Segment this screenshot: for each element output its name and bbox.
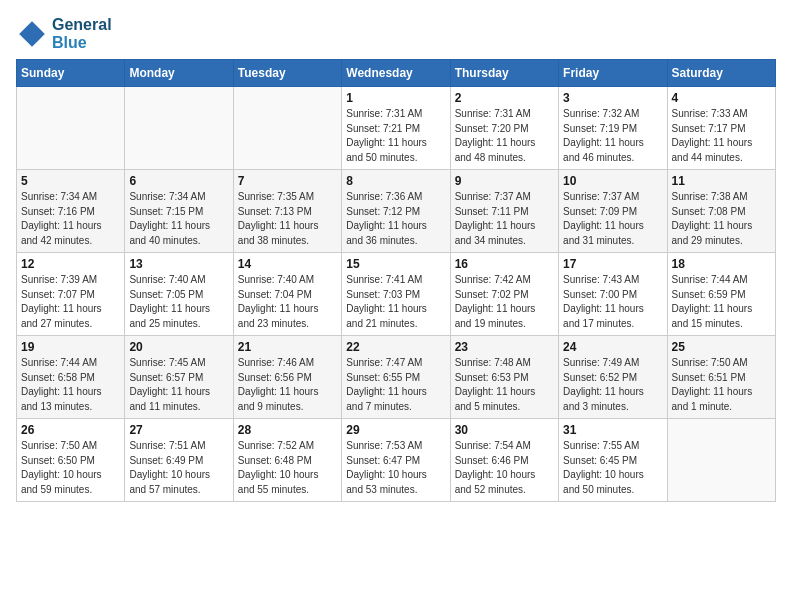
calendar-cell: 26Sunrise: 7:50 AMSunset: 6:50 PMDayligh… xyxy=(17,419,125,502)
week-row-2: 5Sunrise: 7:34 AMSunset: 7:16 PMDaylight… xyxy=(17,170,776,253)
page-container: General Blue SundayMondayTuesdayWednesda… xyxy=(0,0,792,510)
day-info: Sunrise: 7:33 AMSunset: 7:17 PMDaylight:… xyxy=(672,107,771,165)
day-info: Sunrise: 7:34 AMSunset: 7:15 PMDaylight:… xyxy=(129,190,228,248)
calendar-cell: 2Sunrise: 7:31 AMSunset: 7:20 PMDaylight… xyxy=(450,87,558,170)
calendar-cell: 6Sunrise: 7:34 AMSunset: 7:15 PMDaylight… xyxy=(125,170,233,253)
weekday-header-saturday: Saturday xyxy=(667,60,775,87)
calendar-cell: 30Sunrise: 7:54 AMSunset: 6:46 PMDayligh… xyxy=(450,419,558,502)
day-number: 22 xyxy=(346,340,445,354)
day-info: Sunrise: 7:50 AMSunset: 6:50 PMDaylight:… xyxy=(21,439,120,497)
calendar-cell: 10Sunrise: 7:37 AMSunset: 7:09 PMDayligh… xyxy=(559,170,667,253)
day-info: Sunrise: 7:36 AMSunset: 7:12 PMDaylight:… xyxy=(346,190,445,248)
calendar-cell: 29Sunrise: 7:53 AMSunset: 6:47 PMDayligh… xyxy=(342,419,450,502)
day-number: 6 xyxy=(129,174,228,188)
calendar-cell: 17Sunrise: 7:43 AMSunset: 7:00 PMDayligh… xyxy=(559,253,667,336)
logo: General Blue xyxy=(16,16,112,51)
day-number: 21 xyxy=(238,340,337,354)
calendar-cell: 20Sunrise: 7:45 AMSunset: 6:57 PMDayligh… xyxy=(125,336,233,419)
calendar-cell: 22Sunrise: 7:47 AMSunset: 6:55 PMDayligh… xyxy=(342,336,450,419)
header: General Blue xyxy=(16,16,776,51)
day-info: Sunrise: 7:31 AMSunset: 7:20 PMDaylight:… xyxy=(455,107,554,165)
day-info: Sunrise: 7:40 AMSunset: 7:05 PMDaylight:… xyxy=(129,273,228,331)
calendar-cell: 25Sunrise: 7:50 AMSunset: 6:51 PMDayligh… xyxy=(667,336,775,419)
calendar-cell: 28Sunrise: 7:52 AMSunset: 6:48 PMDayligh… xyxy=(233,419,341,502)
calendar-cell: 19Sunrise: 7:44 AMSunset: 6:58 PMDayligh… xyxy=(17,336,125,419)
day-info: Sunrise: 7:42 AMSunset: 7:02 PMDaylight:… xyxy=(455,273,554,331)
day-info: Sunrise: 7:32 AMSunset: 7:19 PMDaylight:… xyxy=(563,107,662,165)
calendar-table: SundayMondayTuesdayWednesdayThursdayFrid… xyxy=(16,59,776,502)
day-info: Sunrise: 7:35 AMSunset: 7:13 PMDaylight:… xyxy=(238,190,337,248)
day-number: 31 xyxy=(563,423,662,437)
day-number: 27 xyxy=(129,423,228,437)
weekday-header-monday: Monday xyxy=(125,60,233,87)
calendar-cell xyxy=(667,419,775,502)
calendar-cell: 24Sunrise: 7:49 AMSunset: 6:52 PMDayligh… xyxy=(559,336,667,419)
day-info: Sunrise: 7:50 AMSunset: 6:51 PMDaylight:… xyxy=(672,356,771,414)
day-info: Sunrise: 7:31 AMSunset: 7:21 PMDaylight:… xyxy=(346,107,445,165)
day-info: Sunrise: 7:37 AMSunset: 7:11 PMDaylight:… xyxy=(455,190,554,248)
day-number: 2 xyxy=(455,91,554,105)
day-number: 14 xyxy=(238,257,337,271)
weekday-header-tuesday: Tuesday xyxy=(233,60,341,87)
day-number: 13 xyxy=(129,257,228,271)
day-info: Sunrise: 7:34 AMSunset: 7:16 PMDaylight:… xyxy=(21,190,120,248)
day-info: Sunrise: 7:54 AMSunset: 6:46 PMDaylight:… xyxy=(455,439,554,497)
calendar-cell: 21Sunrise: 7:46 AMSunset: 6:56 PMDayligh… xyxy=(233,336,341,419)
calendar-cell xyxy=(125,87,233,170)
day-info: Sunrise: 7:38 AMSunset: 7:08 PMDaylight:… xyxy=(672,190,771,248)
day-number: 8 xyxy=(346,174,445,188)
day-number: 25 xyxy=(672,340,771,354)
weekday-header-row: SundayMondayTuesdayWednesdayThursdayFrid… xyxy=(17,60,776,87)
day-info: Sunrise: 7:44 AMSunset: 6:58 PMDaylight:… xyxy=(21,356,120,414)
day-info: Sunrise: 7:40 AMSunset: 7:04 PMDaylight:… xyxy=(238,273,337,331)
day-number: 30 xyxy=(455,423,554,437)
calendar-cell: 8Sunrise: 7:36 AMSunset: 7:12 PMDaylight… xyxy=(342,170,450,253)
day-number: 16 xyxy=(455,257,554,271)
logo-text: General Blue xyxy=(52,16,112,51)
day-info: Sunrise: 7:46 AMSunset: 6:56 PMDaylight:… xyxy=(238,356,337,414)
day-info: Sunrise: 7:47 AMSunset: 6:55 PMDaylight:… xyxy=(346,356,445,414)
calendar-cell: 13Sunrise: 7:40 AMSunset: 7:05 PMDayligh… xyxy=(125,253,233,336)
day-number: 1 xyxy=(346,91,445,105)
day-number: 4 xyxy=(672,91,771,105)
logo-icon xyxy=(16,18,48,50)
day-info: Sunrise: 7:39 AMSunset: 7:07 PMDaylight:… xyxy=(21,273,120,331)
calendar-cell: 16Sunrise: 7:42 AMSunset: 7:02 PMDayligh… xyxy=(450,253,558,336)
day-info: Sunrise: 7:37 AMSunset: 7:09 PMDaylight:… xyxy=(563,190,662,248)
calendar-cell: 23Sunrise: 7:48 AMSunset: 6:53 PMDayligh… xyxy=(450,336,558,419)
day-number: 23 xyxy=(455,340,554,354)
day-number: 26 xyxy=(21,423,120,437)
calendar-cell: 12Sunrise: 7:39 AMSunset: 7:07 PMDayligh… xyxy=(17,253,125,336)
day-info: Sunrise: 7:43 AMSunset: 7:00 PMDaylight:… xyxy=(563,273,662,331)
calendar-cell xyxy=(233,87,341,170)
day-number: 17 xyxy=(563,257,662,271)
calendar-cell: 31Sunrise: 7:55 AMSunset: 6:45 PMDayligh… xyxy=(559,419,667,502)
day-info: Sunrise: 7:55 AMSunset: 6:45 PMDaylight:… xyxy=(563,439,662,497)
day-number: 24 xyxy=(563,340,662,354)
week-row-4: 19Sunrise: 7:44 AMSunset: 6:58 PMDayligh… xyxy=(17,336,776,419)
calendar-cell: 14Sunrise: 7:40 AMSunset: 7:04 PMDayligh… xyxy=(233,253,341,336)
week-row-1: 1Sunrise: 7:31 AMSunset: 7:21 PMDaylight… xyxy=(17,87,776,170)
calendar-cell: 7Sunrise: 7:35 AMSunset: 7:13 PMDaylight… xyxy=(233,170,341,253)
day-info: Sunrise: 7:49 AMSunset: 6:52 PMDaylight:… xyxy=(563,356,662,414)
weekday-header-thursday: Thursday xyxy=(450,60,558,87)
calendar-cell: 5Sunrise: 7:34 AMSunset: 7:16 PMDaylight… xyxy=(17,170,125,253)
calendar-cell: 15Sunrise: 7:41 AMSunset: 7:03 PMDayligh… xyxy=(342,253,450,336)
svg-marker-0 xyxy=(19,21,45,47)
weekday-header-friday: Friday xyxy=(559,60,667,87)
day-number: 20 xyxy=(129,340,228,354)
calendar-cell: 27Sunrise: 7:51 AMSunset: 6:49 PMDayligh… xyxy=(125,419,233,502)
day-info: Sunrise: 7:52 AMSunset: 6:48 PMDaylight:… xyxy=(238,439,337,497)
day-number: 9 xyxy=(455,174,554,188)
day-number: 19 xyxy=(21,340,120,354)
week-row-3: 12Sunrise: 7:39 AMSunset: 7:07 PMDayligh… xyxy=(17,253,776,336)
day-info: Sunrise: 7:51 AMSunset: 6:49 PMDaylight:… xyxy=(129,439,228,497)
weekday-header-sunday: Sunday xyxy=(17,60,125,87)
weekday-header-wednesday: Wednesday xyxy=(342,60,450,87)
week-row-5: 26Sunrise: 7:50 AMSunset: 6:50 PMDayligh… xyxy=(17,419,776,502)
day-number: 28 xyxy=(238,423,337,437)
day-info: Sunrise: 7:53 AMSunset: 6:47 PMDaylight:… xyxy=(346,439,445,497)
day-number: 29 xyxy=(346,423,445,437)
day-info: Sunrise: 7:48 AMSunset: 6:53 PMDaylight:… xyxy=(455,356,554,414)
day-number: 15 xyxy=(346,257,445,271)
